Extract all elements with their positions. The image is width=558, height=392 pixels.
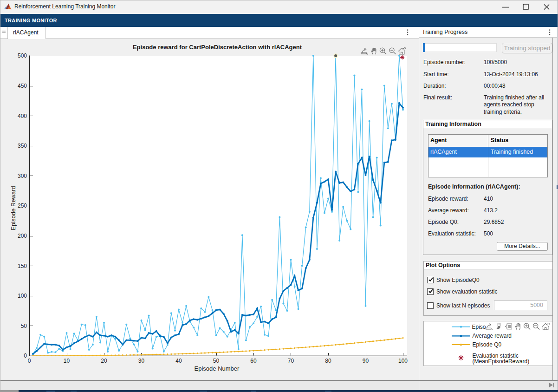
svg-text:10: 10 <box>64 358 70 364</box>
svg-text:30: 30 <box>138 358 145 364</box>
svg-text:50: 50 <box>21 323 27 329</box>
svg-text:60: 60 <box>250 358 257 364</box>
svg-text:(MeanEpisodeReward): (MeanEpisodeReward) <box>473 358 530 365</box>
svg-text:80: 80 <box>325 358 331 364</box>
svg-text:90: 90 <box>363 358 369 364</box>
svg-text:450: 450 <box>18 83 27 89</box>
svg-text:300: 300 <box>18 173 27 179</box>
svg-text:150: 150 <box>18 263 27 269</box>
svg-text:400: 400 <box>18 113 27 119</box>
svg-text:Episode Q0: Episode Q0 <box>473 341 502 348</box>
svg-text:20: 20 <box>101 358 107 364</box>
svg-text:0: 0 <box>28 358 31 364</box>
svg-text:Average reward: Average reward <box>473 333 512 339</box>
svg-text:200: 200 <box>18 233 27 239</box>
svg-text:0: 0 <box>24 353 27 359</box>
svg-text:100: 100 <box>398 358 408 364</box>
svg-text:50: 50 <box>213 358 220 364</box>
svg-text:500: 500 <box>18 52 27 59</box>
svg-text:100: 100 <box>18 293 27 299</box>
svg-text:Episode reward for CartPoleDis: Episode reward for CartPoleDiscreteActio… <box>133 44 302 51</box>
svg-text:250: 250 <box>18 203 27 209</box>
svg-text:Episode Reward: Episode Reward <box>10 186 17 230</box>
svg-text:40: 40 <box>175 358 182 364</box>
svg-text:Episode Number: Episode Number <box>195 365 240 372</box>
svg-text:350: 350 <box>18 143 27 149</box>
svg-text:70: 70 <box>288 358 294 364</box>
